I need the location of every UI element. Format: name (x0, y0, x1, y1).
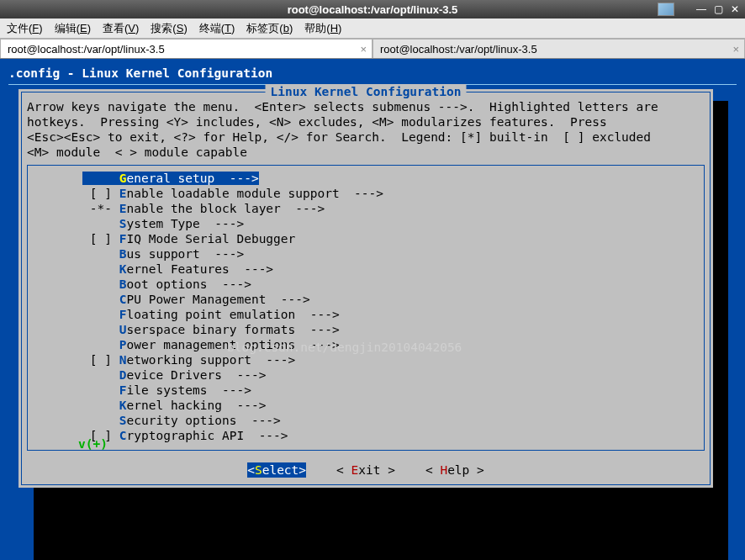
menuconfig-dialog: Linux Kernel Configuration Arrow keys na… (18, 89, 713, 488)
menu-item-13[interactable]: Device Drivers ---> (31, 367, 700, 383)
menu-list[interactable]: General setup ---> [ ] Enable loadable m… (31, 171, 700, 443)
window-titlebar: root@localhost:/var/opt/linux-3.5 — ▢ ✕ (0, 0, 745, 18)
dialog-button-exit[interactable]: < Exit > (336, 462, 395, 478)
windows-stack-icon[interactable] (658, 3, 674, 16)
menubar: 文件(F)编辑(E)查看(V)搜索(S)终端(T)标签页(b)帮助(H) (0, 18, 745, 39)
instructions-text: Arrow keys navigate the menu. <Enter> se… (27, 99, 705, 160)
frame-title: Linux Kernel Configuration (266, 84, 467, 99)
dialog-button-help[interactable]: < Help > (425, 462, 484, 478)
terminal-tab-0[interactable]: root@localhost:/var/opt/linux-3.5× (0, 39, 372, 58)
menu-item-11[interactable]: Power management options ---> (31, 337, 700, 352)
menu-item-8[interactable]: CPU Power Management ---> (31, 292, 700, 307)
menu-搜索[interactable]: 搜索(S) (151, 21, 187, 36)
close-icon[interactable]: ✕ (728, 3, 742, 16)
button-row: <Select>< Exit >< Help > (27, 462, 705, 478)
menu-帮助[interactable]: 帮助(H) (304, 21, 341, 36)
terminal-area: .config - Linux Kernel Configuration Lin… (0, 59, 745, 560)
minimize-icon[interactable]: — (695, 3, 708, 16)
menu-item-2[interactable]: -*- Enable the block layer ---> (31, 201, 700, 216)
window-title: root@localhost:/var/opt/linux-3.5 (288, 3, 458, 16)
menu-item-1[interactable]: [ ] Enable loadable module support ---> (31, 186, 700, 201)
menu-item-4[interactable]: [ ] FIQ Mode Serial Debugger (31, 231, 700, 246)
menu-list-box: General setup ---> [ ] Enable loadable m… (27, 165, 705, 451)
menu-item-6[interactable]: Kernel Features ---> (31, 262, 700, 277)
menu-item-16[interactable]: Security options ---> (31, 413, 700, 428)
menu-item-17[interactable]: [ ] Cryptographic API ---> (31, 428, 700, 443)
menu-终端[interactable]: 终端(T) (199, 21, 235, 36)
menu-item-9[interactable]: Floating point emulation ---> (31, 307, 700, 322)
tab-close-icon[interactable]: × (732, 43, 739, 55)
menu-查看[interactable]: 查看(V) (103, 21, 139, 36)
tab-label: root@localhost:/var/opt/linux-3.5 (380, 43, 537, 55)
menu-文件[interactable]: 文件(F) (7, 21, 43, 36)
tab-close-icon[interactable]: × (360, 43, 367, 55)
more-below-indicator: v(+) (78, 436, 108, 452)
menu-item-10[interactable]: Userspace binary formats ---> (31, 322, 700, 337)
tab-label: root@localhost:/var/opt/linux-3.5 (8, 43, 165, 55)
menu-item-0[interactable]: General setup ---> (31, 171, 700, 186)
menu-item-12[interactable]: [ ] Networking support ---> (31, 352, 700, 367)
menu-item-7[interactable]: Boot options ---> (31, 277, 700, 292)
tab-bar: root@localhost:/var/opt/linux-3.5×root@l… (0, 39, 745, 59)
config-header: .config - Linux Kernel Configuration (8, 66, 737, 81)
terminal-tab-1[interactable]: root@localhost:/var/opt/linux-3.5× (372, 39, 745, 58)
menu-标签页[interactable]: 标签页(b) (246, 21, 293, 36)
menu-编辑[interactable]: 编辑(E) (55, 21, 91, 36)
maximize-icon[interactable]: ▢ (711, 3, 725, 16)
menu-item-14[interactable]: File systems ---> (31, 383, 700, 398)
menu-item-3[interactable]: System Type ---> (31, 216, 700, 231)
dialog-button-sselect[interactable]: <Select> (247, 462, 306, 478)
menu-item-15[interactable]: Kernel hacking ---> (31, 398, 700, 413)
menu-item-5[interactable]: Bus support ---> (31, 246, 700, 262)
